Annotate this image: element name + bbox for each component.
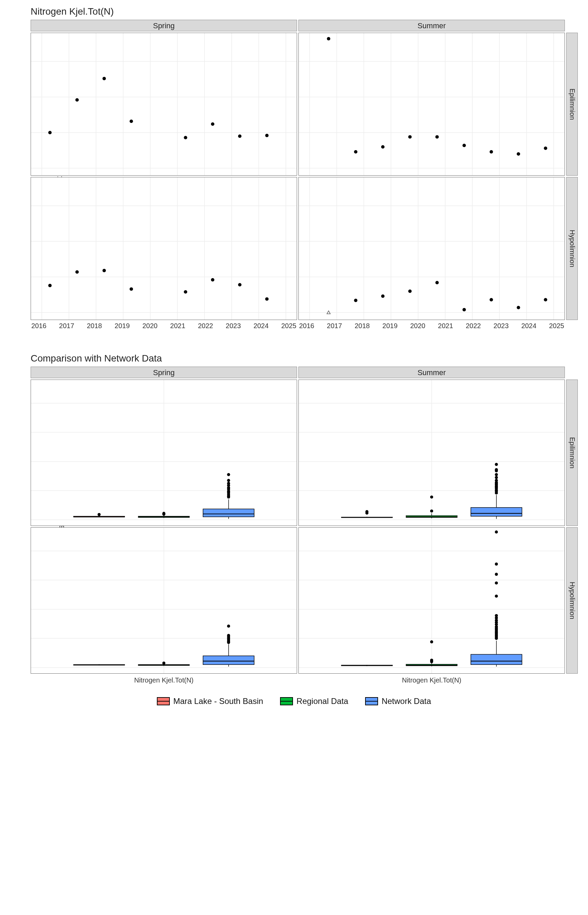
svg-point-40	[435, 135, 439, 139]
svg-point-152	[495, 479, 498, 482]
legend-label: Network Data	[381, 697, 431, 706]
svg-point-183	[227, 625, 230, 628]
svg-point-137	[430, 509, 433, 512]
legend-swatch-icon	[365, 697, 378, 705]
panel-summer-hypo	[299, 177, 565, 320]
scatter-title: Nitrogen Kjel.Tot(N)	[0, 0, 588, 20]
boxplot-chart-block: Comparison with Network Data Results (mg…	[0, 347, 588, 684]
facet-row-hypo-b: Hypolimnion	[566, 527, 578, 674]
legend: Mara Lake - South BasinRegional DataNetw…	[0, 684, 588, 719]
svg-point-154	[495, 473, 498, 476]
facet-col-summer-b: Summer	[299, 367, 565, 378]
svg-point-199	[430, 659, 433, 662]
panel-box-summer-hypo	[299, 527, 565, 674]
panel-summer-epi	[299, 33, 565, 176]
svg-point-16	[102, 77, 106, 80]
facet-row-epi: Epilimnion	[566, 33, 578, 176]
x-tick-labels: 2016201720182019202020212022202320242025	[299, 320, 565, 330]
svg-point-62	[130, 287, 133, 291]
svg-point-63	[184, 290, 187, 294]
page-root: Nitrogen Kjel.Tot(N) Result (mg/L) Sprin…	[0, 0, 588, 719]
svg-point-172	[162, 662, 165, 665]
svg-point-86	[489, 298, 493, 302]
svg-point-61	[102, 269, 106, 272]
legend-label: Regional Data	[296, 697, 348, 706]
legend-swatch-icon	[157, 697, 170, 705]
x-category-label: Nitrogen Kjel.Tot(N)	[31, 674, 297, 684]
panel-spring-epi: 0.050.100.150.20	[31, 33, 297, 176]
svg-point-99	[98, 513, 101, 516]
svg-point-59	[48, 284, 52, 287]
svg-rect-175	[203, 656, 254, 665]
legend-swatch-icon	[280, 697, 293, 705]
svg-point-36	[327, 37, 330, 40]
panel-spring-hypo: 0.050.100.150.20	[31, 177, 297, 320]
legend-item: Mara Lake - South Basin	[157, 697, 263, 706]
svg-point-219	[495, 595, 498, 598]
legend-item: Network Data	[365, 697, 431, 706]
svg-point-132	[365, 510, 368, 513]
svg-point-153	[495, 476, 498, 479]
svg-point-82	[381, 294, 384, 298]
svg-point-84	[435, 281, 439, 284]
svg-point-81	[354, 299, 357, 302]
facet-col-summer: Summer	[299, 20, 565, 31]
svg-point-21	[265, 134, 268, 137]
x-category-label: Nitrogen Kjel.Tot(N)	[299, 674, 565, 684]
x-tick-labels: 2016201720182019202020212022202320242025	[31, 320, 297, 330]
facet-col-spring-b: Spring	[31, 367, 297, 378]
svg-point-87	[517, 306, 520, 309]
svg-point-157	[495, 463, 498, 466]
svg-point-218	[495, 614, 498, 617]
svg-point-44	[544, 147, 547, 150]
facet-row-epi-b: Epilimnion	[566, 380, 578, 526]
svg-point-119	[227, 479, 230, 482]
svg-point-14	[48, 131, 52, 134]
legend-label: Mara Lake - South Basin	[173, 697, 263, 706]
svg-point-222	[495, 563, 498, 566]
svg-point-105	[162, 512, 165, 515]
svg-point-41	[462, 144, 466, 147]
boxplot-title: Comparison with Network Data	[0, 347, 588, 367]
svg-point-60	[75, 270, 79, 274]
svg-point-182	[227, 634, 230, 637]
svg-point-43	[517, 152, 520, 155]
svg-rect-141	[471, 508, 522, 516]
svg-point-17	[130, 120, 133, 123]
svg-point-65	[238, 283, 242, 287]
facet-col-spring: Spring	[31, 20, 297, 31]
panel-box-spring-epi: 01234	[31, 380, 297, 526]
svg-point-18	[184, 136, 187, 139]
svg-point-66	[265, 297, 268, 301]
svg-point-156	[495, 468, 498, 471]
svg-point-38	[381, 145, 384, 149]
svg-point-200	[430, 640, 433, 643]
svg-point-85	[462, 308, 466, 312]
svg-rect-108	[203, 509, 254, 517]
svg-point-20	[238, 134, 242, 138]
svg-point-37	[354, 150, 357, 154]
svg-point-221	[495, 572, 498, 576]
svg-point-223	[495, 530, 498, 533]
panel-box-spring-hypo: 01234	[31, 527, 297, 674]
facet-row-hypo: Hypolimnion	[566, 177, 578, 320]
scatter-chart-block: Nitrogen Kjel.Tot(N) Result (mg/L) Sprin…	[0, 0, 588, 330]
svg-point-39	[408, 135, 412, 139]
svg-point-88	[544, 298, 547, 302]
panel-box-summer-epi	[299, 380, 565, 526]
legend-item: Regional Data	[280, 697, 348, 706]
svg-point-138	[430, 496, 433, 499]
svg-point-220	[495, 581, 498, 584]
svg-point-15	[75, 98, 79, 102]
svg-point-120	[227, 473, 230, 476]
svg-point-64	[211, 278, 214, 281]
svg-rect-203	[471, 654, 522, 664]
svg-point-19	[211, 123, 214, 126]
svg-point-42	[489, 150, 493, 154]
svg-point-83	[408, 289, 412, 293]
svg-point-118	[227, 482, 230, 485]
